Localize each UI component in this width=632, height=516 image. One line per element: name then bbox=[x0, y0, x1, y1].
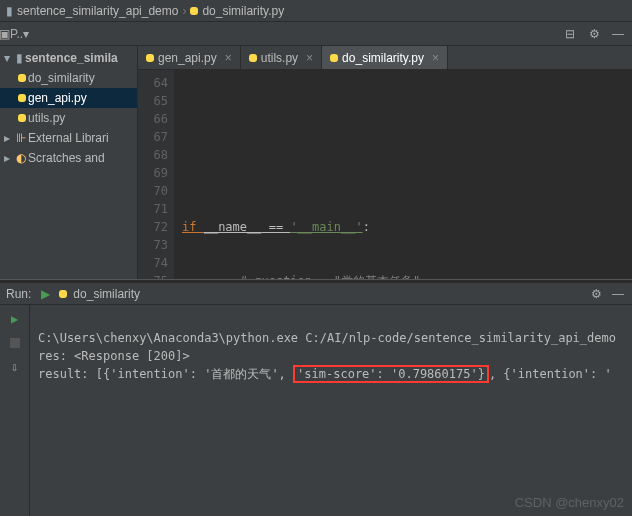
project-tree[interactable]: ▾ ▮ sentence_simila do_similarity gen_ap… bbox=[0, 46, 138, 279]
tree-item-label: Scratches and bbox=[28, 151, 105, 165]
collapse-icon[interactable]: ⊟ bbox=[562, 26, 578, 42]
code-editor[interactable]: 64 65 ▶66 67 68 69 70 71 72 73 74 75 76 … bbox=[138, 70, 632, 279]
python-file-icon bbox=[18, 74, 26, 82]
run-label: Run: bbox=[6, 287, 31, 301]
rerun-button[interactable]: ▶ bbox=[7, 311, 23, 327]
run-toolbar: ▶ ⇩ bbox=[0, 305, 30, 516]
close-icon[interactable]: × bbox=[306, 51, 313, 65]
gear-icon[interactable]: ⚙ bbox=[588, 286, 604, 302]
editor-tab[interactable]: utils.py× bbox=[241, 46, 322, 69]
tree-item-file[interactable]: do_similarity bbox=[0, 68, 137, 88]
tree-item-label: utils.py bbox=[28, 111, 65, 125]
editor-tabs: gen_api.py× utils.py× do_similarity.py× bbox=[138, 46, 632, 70]
python-file-icon bbox=[59, 290, 67, 298]
gear-icon[interactable]: ⚙ bbox=[586, 26, 602, 42]
python-file-icon bbox=[146, 54, 154, 62]
breadcrumb-file[interactable]: do_similarity.py bbox=[202, 4, 284, 18]
tree-scratches[interactable]: ▸ ◐ Scratches and bbox=[0, 148, 137, 168]
close-icon[interactable]: × bbox=[432, 51, 439, 65]
tree-item-file[interactable]: gen_api.py bbox=[0, 88, 137, 108]
tree-item-label: External Librari bbox=[28, 131, 109, 145]
editor-gutter: 64 65 ▶66 67 68 69 70 71 72 73 74 75 76 … bbox=[138, 70, 174, 279]
down-button[interactable]: ⇩ bbox=[7, 359, 23, 375]
python-file-icon bbox=[18, 114, 26, 122]
editor-tab[interactable]: gen_api.py× bbox=[138, 46, 241, 69]
stop-button[interactable] bbox=[7, 335, 23, 351]
chevron-right-icon: › bbox=[182, 4, 186, 18]
scratch-icon: ◐ bbox=[16, 151, 26, 165]
tree-root-label: sentence_simila bbox=[25, 51, 118, 65]
python-file-icon bbox=[190, 7, 198, 15]
library-icon: ⊪ bbox=[16, 131, 26, 145]
breadcrumb-folder[interactable]: sentence_similarity_api_demo bbox=[17, 4, 178, 18]
chevron-right-icon[interactable]: ▸ bbox=[4, 131, 14, 145]
folder-icon: ▮ bbox=[6, 4, 13, 18]
tab-label: gen_api.py bbox=[158, 51, 217, 65]
folder-icon: ▮ bbox=[16, 51, 23, 65]
project-toolbar: ▣ P..▾ ⊟ ⚙ — bbox=[0, 22, 632, 46]
code-area[interactable]: if __name__ == '__main__': # question = … bbox=[174, 70, 632, 279]
chevron-down-icon[interactable]: ▾ bbox=[4, 51, 14, 65]
python-file-icon bbox=[18, 94, 26, 102]
tree-root[interactable]: ▾ ▮ sentence_simila bbox=[0, 48, 137, 68]
tree-item-label: gen_api.py bbox=[28, 91, 87, 105]
breadcrumb: ▮ sentence_similarity_api_demo › do_simi… bbox=[0, 0, 632, 22]
console-line: result: [{'intention': '首都的天气', 'sim-sco… bbox=[38, 365, 612, 383]
project-dropdown[interactable]: ▣ P..▾ bbox=[6, 26, 22, 42]
editor-tab[interactable]: do_similarity.py× bbox=[322, 46, 448, 69]
python-file-icon bbox=[330, 54, 338, 62]
run-panel-header: Run: ▶ do_similarity ⚙ — bbox=[0, 283, 632, 305]
tree-item-file[interactable]: utils.py bbox=[0, 108, 137, 128]
console-line: res: <Response [200]> bbox=[38, 349, 190, 363]
tab-label: utils.py bbox=[261, 51, 298, 65]
watermark: CSDN @chenxy02 bbox=[515, 494, 624, 512]
hide-icon[interactable]: — bbox=[610, 26, 626, 42]
chevron-right-icon[interactable]: ▸ bbox=[4, 151, 14, 165]
hide-icon[interactable]: — bbox=[610, 286, 626, 302]
console-line: C:\Users\chenxy\Anaconda3\python.exe C:/… bbox=[38, 331, 616, 345]
highlighted-output: 'sim-score': '0.79860175'} bbox=[293, 365, 489, 383]
tree-item-label: do_similarity bbox=[28, 71, 95, 85]
close-icon[interactable]: × bbox=[225, 51, 232, 65]
run-config-name[interactable]: do_similarity bbox=[73, 287, 140, 301]
tree-external-libs[interactable]: ▸ ⊪ External Librari bbox=[0, 128, 137, 148]
tab-label: do_similarity.py bbox=[342, 51, 424, 65]
run-console[interactable]: C:\Users\chenxy\Anaconda3\python.exe C:/… bbox=[30, 305, 632, 516]
python-file-icon bbox=[249, 54, 257, 62]
play-icon: ▶ bbox=[37, 286, 53, 302]
